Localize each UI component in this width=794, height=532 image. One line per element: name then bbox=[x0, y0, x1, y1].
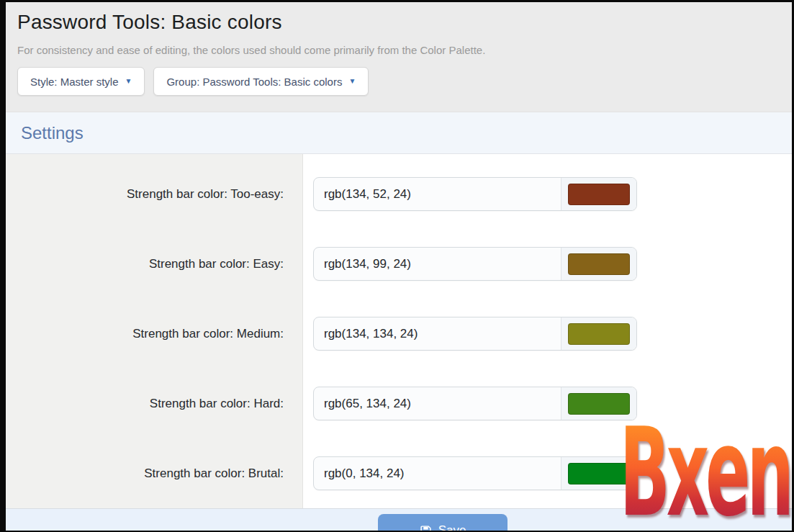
color-swatch bbox=[568, 323, 630, 345]
swatch-addon bbox=[561, 317, 636, 350]
setting-row-brutal: Strength bar color: Brutal: bbox=[6, 438, 792, 508]
color-swatch bbox=[568, 463, 630, 484]
color-input-group bbox=[313, 317, 637, 351]
color-input-group bbox=[313, 387, 637, 420]
setting-field bbox=[313, 177, 637, 211]
color-swatch bbox=[568, 393, 630, 415]
swatch-addon bbox=[561, 457, 636, 490]
color-swatch bbox=[568, 184, 630, 205]
settings-panel: Settings Strength bar color: Too-easy: S… bbox=[6, 112, 792, 531]
color-input-group bbox=[313, 456, 637, 490]
color-value-input[interactable] bbox=[314, 457, 561, 490]
setting-field bbox=[313, 387, 637, 420]
setting-field bbox=[313, 247, 637, 281]
setting-row-medium: Strength bar color: Medium: bbox=[6, 299, 792, 369]
setting-label: Strength bar color: Easy: bbox=[6, 257, 302, 271]
color-swatch bbox=[568, 253, 630, 275]
setting-field bbox=[313, 456, 637, 490]
setting-label: Strength bar color: Hard: bbox=[6, 397, 302, 411]
color-value-input[interactable] bbox=[314, 387, 561, 420]
color-value-input[interactable] bbox=[314, 178, 561, 210]
color-value-input[interactable] bbox=[314, 317, 561, 350]
setting-row-too-easy: Strength bar color: Too-easy: bbox=[6, 159, 792, 229]
chevron-down-icon: ▼ bbox=[348, 78, 356, 85]
setting-label: Strength bar color: Brutal: bbox=[6, 466, 302, 481]
style-dropdown[interactable]: Style: Master style ▼ bbox=[17, 67, 145, 96]
settings-panel-body: Strength bar color: Too-easy: Strength b… bbox=[6, 154, 792, 508]
setting-row-hard: Strength bar color: Hard: bbox=[6, 369, 792, 438]
swatch-addon bbox=[561, 248, 636, 280]
color-input-group bbox=[313, 247, 637, 281]
setting-field bbox=[313, 317, 637, 351]
app-window: Password Tools: Basic colors For consist… bbox=[6, 2, 792, 531]
style-dropdown-label: Style: Master style bbox=[30, 76, 119, 88]
chevron-down-icon: ▼ bbox=[125, 78, 132, 85]
setting-label: Strength bar color: Too-easy: bbox=[6, 187, 302, 202]
color-input-group bbox=[313, 177, 637, 211]
swatch-addon bbox=[561, 387, 636, 420]
group-dropdown-label: Group: Password Tools: Basic colors bbox=[166, 76, 342, 88]
page-subtitle: For consistency and ease of editing, the… bbox=[17, 44, 780, 56]
setting-label: Strength bar color: Medium: bbox=[6, 327, 302, 341]
settings-panel-footer: Save bbox=[6, 508, 792, 531]
page-title: Password Tools: Basic colors bbox=[17, 11, 780, 34]
setting-row-easy: Strength bar color: Easy: bbox=[6, 229, 792, 299]
floppy-disk-icon bbox=[420, 525, 432, 531]
page-header: Password Tools: Basic colors For consist… bbox=[6, 2, 792, 56]
color-value-input[interactable] bbox=[314, 248, 561, 280]
save-button[interactable]: Save bbox=[378, 514, 507, 531]
save-button-label: Save bbox=[438, 523, 466, 531]
toolbar: Style: Master style ▼ Group: Password To… bbox=[6, 67, 792, 96]
settings-panel-header: Settings bbox=[6, 112, 792, 154]
group-dropdown[interactable]: Group: Password Tools: Basic colors ▼ bbox=[153, 67, 369, 96]
swatch-addon bbox=[561, 178, 636, 210]
